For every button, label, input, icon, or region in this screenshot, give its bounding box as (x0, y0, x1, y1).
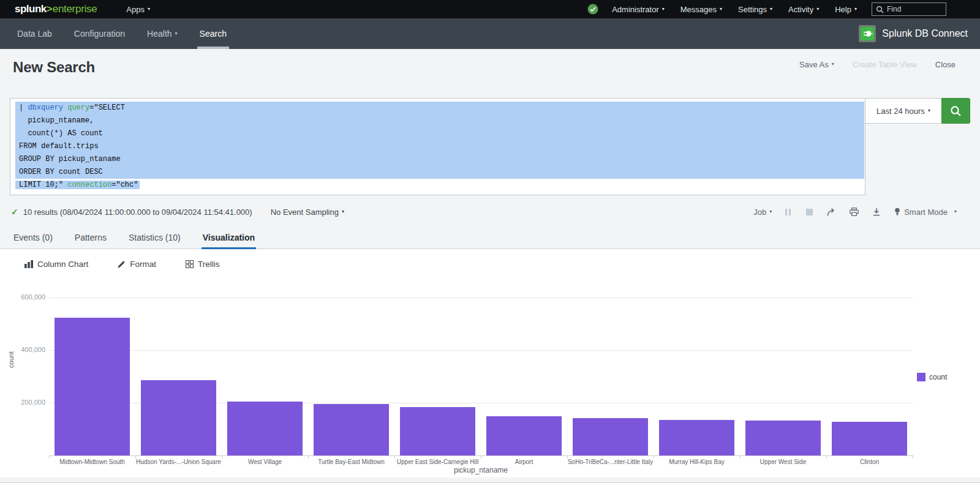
x-axis-category-label: Murray Hill-Kips Bay (654, 459, 740, 465)
bar-airport[interactable] (486, 416, 562, 455)
db-connect-icon (859, 25, 876, 42)
menu-apps[interactable]: Apps ▾ (126, 5, 150, 14)
create-table-view-button[interactable]: Create Table View (853, 60, 917, 69)
menu-settings[interactable]: Settings▾ (738, 5, 772, 14)
x-axis-tick (481, 455, 481, 459)
visualization-panel: Column Chart Format Trellis count pickup… (0, 249, 980, 477)
x-axis-category-label: Upper West Side (740, 459, 826, 465)
tab-events-0[interactable]: Events (0) (12, 226, 54, 249)
export-button[interactable] (872, 208, 881, 216)
chevron-down-icon: ▾ (720, 6, 722, 12)
nav-configuration[interactable]: Configuration (72, 18, 127, 49)
event-sampling-label: No Event Sampling (271, 208, 339, 217)
chevron-down-icon: ▾ (928, 108, 930, 113)
lightbulb-icon (894, 208, 900, 216)
menu-activity[interactable]: Activity▾ (788, 5, 819, 14)
menu-label: Help (835, 5, 851, 14)
topbar: splunk>enterprise Apps ▾ Administrator▾M… (0, 0, 980, 18)
chevron-down-icon: ▾ (816, 6, 819, 12)
search-query-input[interactable]: | dbxquery query="SELECT pickup_ntaname,… (10, 98, 865, 195)
nav-search[interactable]: Search (197, 18, 229, 49)
time-range-picker[interactable]: Last 24 hours ▾ (865, 98, 942, 124)
save-as-button[interactable]: Save As ▾ (799, 60, 834, 69)
chevron-down-icon: ▾ (770, 6, 772, 12)
chevron-down-icon: ▾ (175, 31, 178, 36)
time-range-label: Last 24 hours (876, 107, 925, 116)
print-icon (850, 208, 859, 216)
chevron-down-icon: ▾ (954, 209, 957, 214)
search-mode-menu[interactable]: Smart Mode ▾ (894, 208, 957, 217)
chevron-down-icon: ▾ (342, 209, 344, 214)
chevron-down-icon: ▾ (832, 61, 834, 67)
trellis-label: Trellis (198, 260, 220, 269)
share-button[interactable] (826, 208, 836, 217)
x-axis-tick (913, 455, 913, 459)
menu-messages[interactable]: Messages▾ (680, 5, 722, 14)
event-sampling-menu[interactable]: No Event Sampling ▾ (271, 208, 344, 217)
query-line: ORDER BY count DESC (15, 166, 864, 179)
bar-murray-hill-kips-bay[interactable] (659, 420, 734, 455)
menu-administrator[interactable]: Administrator▾ (612, 5, 665, 14)
job-menu[interactable]: Job ▾ (753, 208, 772, 217)
tab-visualization[interactable]: Visualization (202, 226, 256, 249)
print-button[interactable] (850, 208, 859, 216)
x-axis-category-label: Airport (481, 459, 567, 465)
x-axis-tick (654, 455, 654, 459)
x-axis-tick (567, 455, 568, 459)
viz-toolbar: Column Chart Format Trellis (24, 258, 980, 269)
bar-turtle-bay-east-midtown[interactable] (314, 404, 389, 455)
x-axis-category-label: West Village (222, 459, 308, 465)
tab-patterns[interactable]: Patterns (74, 226, 108, 249)
menu-label: Settings (738, 5, 767, 14)
logo-product-text: enterprise (53, 3, 97, 15)
success-check-icon: ✓ (11, 207, 18, 217)
bar-west-village[interactable] (227, 402, 303, 455)
pause-button[interactable] (785, 209, 793, 215)
find-input[interactable] (887, 5, 942, 13)
search-button[interactable] (941, 98, 970, 124)
tab-statistics-10[interactable]: Statistics (10) (127, 226, 182, 249)
x-axis-category-label: SoHo-TriBeCa-...nter-Little Italy (567, 459, 654, 465)
bar-clinton[interactable] (832, 422, 907, 455)
chevron-down-icon: ▾ (662, 6, 665, 12)
trellis-grid-icon (186, 260, 194, 268)
stop-button[interactable] (806, 209, 813, 215)
bar-midtown-midtown-south[interactable] (55, 318, 130, 455)
x-axis-tick (826, 455, 827, 459)
query-line: count(*) AS count (15, 127, 864, 140)
x-axis-category-label: Midtown-Midtown South (49, 459, 135, 465)
nav-health[interactable]: Health▾ (145, 18, 179, 49)
query-line: GROUP BY pickup_ntaname (15, 153, 864, 166)
trellis-button[interactable]: Trellis (186, 260, 220, 269)
y-axis-tick-label: 200,000 (0, 399, 45, 406)
job-controls: Job ▾ Smart Mode ▾ (753, 208, 957, 217)
health-status-ok-icon[interactable] (587, 4, 598, 15)
search-mode-label: Smart Mode (904, 208, 948, 217)
query-line: pickup_ntaname, (15, 114, 864, 127)
search-icon (950, 105, 962, 117)
bar-upper-east-side-carnegie-hill[interactable] (400, 407, 475, 455)
splunk-logo[interactable]: splunk>enterprise (15, 3, 97, 15)
column-chart: count pickup_ntaname count 200,000400,00… (0, 283, 980, 477)
chart-legend[interactable]: count (917, 373, 947, 381)
menu-label: Messages (680, 5, 717, 14)
query-line: LIMIT 10;" connection="chc" (15, 179, 864, 192)
x-axis-tick (222, 455, 222, 459)
close-button[interactable]: Close (935, 60, 956, 69)
bar-soho-tribeca-nter-little-italy[interactable] (573, 418, 648, 455)
legend-swatch (917, 373, 925, 381)
bar-hudson-yards-union-square[interactable] (141, 380, 216, 455)
app-identity[interactable]: Splunk DB Connect (859, 25, 968, 42)
x-axis-category-label: Upper East Side-Carnegie Hill (394, 459, 481, 465)
save-as-label: Save As (799, 60, 829, 69)
query-selection: LIMIT 10;" connection="chc" (15, 181, 140, 189)
format-label: Format (130, 260, 156, 269)
find-box[interactable] (872, 2, 946, 16)
menu-help[interactable]: Help▾ (835, 5, 857, 14)
nav-label: Health (147, 29, 172, 39)
gridline (49, 350, 913, 351)
format-button[interactable]: Format (118, 260, 156, 269)
nav-data-lab[interactable]: Data Lab (15, 18, 55, 49)
chart-type-button[interactable]: Column Chart (24, 260, 88, 269)
bar-upper-west-side[interactable] (745, 421, 821, 455)
